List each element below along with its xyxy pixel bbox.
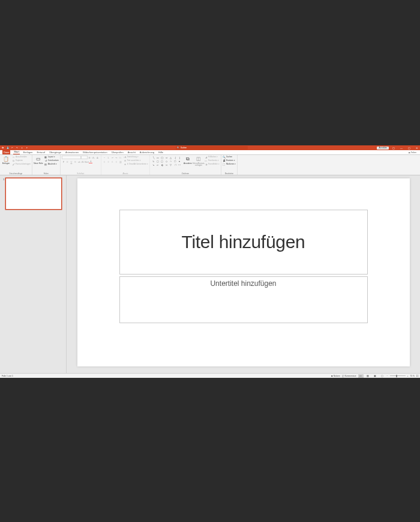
subtitle-placeholder[interactable]: Untertitel hinzufügen bbox=[119, 276, 368, 323]
shadow-button[interactable]: ab bbox=[77, 160, 81, 163]
justify-button[interactable]: ≡ bbox=[115, 160, 118, 163]
decrease-indent-button[interactable]: ⇤ bbox=[110, 156, 114, 159]
font-size-combo[interactable] bbox=[81, 156, 88, 159]
change-case-button[interactable]: Aa▾ bbox=[85, 160, 89, 163]
format-painter-button[interactable]: 🖌Format übertragen bbox=[12, 163, 31, 166]
search-placeholder: Suchen bbox=[181, 147, 187, 149]
copy-icon: ⧉ bbox=[12, 159, 15, 162]
group-editing: 🔍Suchen ⇄Ersetzen ▾ ⬚Markieren ▾ Bearbei… bbox=[221, 155, 238, 175]
align-left-button[interactable]: ≡ bbox=[103, 160, 106, 163]
format-painter-icon: 🖌 bbox=[12, 163, 15, 166]
close-button[interactable]: ✕ bbox=[414, 147, 419, 150]
quick-styles-icon: ◫ bbox=[195, 156, 202, 162]
tab-transitions[interactable]: Übergänge bbox=[49, 150, 62, 155]
select-button[interactable]: ⬚Markieren ▾ bbox=[223, 163, 236, 166]
tab-review[interactable]: Überprüfen bbox=[111, 150, 124, 155]
tab-view[interactable]: Ansicht bbox=[127, 150, 136, 155]
increase-font-icon[interactable]: A↑ bbox=[88, 156, 92, 159]
search-box[interactable]: 🔍 Suchen bbox=[176, 146, 248, 150]
find-button[interactable]: 🔍Suchen bbox=[223, 156, 236, 159]
replace-button[interactable]: ⇄Ersetzen ▾ bbox=[223, 159, 236, 162]
title-placeholder-text: Titel hinzufügen bbox=[182, 232, 305, 252]
quick-styles-button[interactable]: ◫ Schnellformat-vorlagen bbox=[194, 156, 203, 167]
layout-button[interactable]: ▦Layout ▾ bbox=[44, 156, 59, 159]
line-spacing-button[interactable]: ≡↕ bbox=[119, 156, 122, 159]
shape-outline-button[interactable]: ▭Formkontur ▾ bbox=[205, 159, 220, 162]
italic-button[interactable]: K bbox=[65, 160, 69, 163]
slideshow-start-icon[interactable]: ▸ bbox=[20, 147, 23, 149]
align-text-button[interactable]: ⊟Text ausrichten ▾ bbox=[124, 159, 149, 162]
redo-icon[interactable]: ↷ bbox=[16, 147, 19, 149]
zoom-out-button[interactable]: − bbox=[387, 375, 388, 377]
view-reading-button[interactable]: ▣ bbox=[373, 374, 378, 378]
tab-recording[interactable]: Aufzeichnung bbox=[139, 150, 155, 155]
maximize-button[interactable]: ▢ bbox=[406, 147, 412, 150]
font-color-button[interactable]: A bbox=[89, 160, 92, 163]
shapes-more-button[interactable]: ⋯ bbox=[178, 163, 181, 166]
sign-in-button[interactable]: Anmelden bbox=[377, 147, 389, 150]
autosave-toggle[interactable]: ⏻ bbox=[1, 147, 4, 149]
ribbon-tabs: Datei Start Einfügen Entwurf Übergänge A… bbox=[0, 150, 420, 155]
zoom-in-button[interactable]: + bbox=[407, 375, 409, 377]
numbering-button[interactable]: 1. bbox=[107, 156, 110, 159]
bullets-button[interactable]: • bbox=[103, 156, 106, 159]
search-icon: 🔍 bbox=[177, 147, 179, 149]
increase-indent-button[interactable]: ⇥ bbox=[115, 156, 118, 159]
bold-button[interactable]: F bbox=[62, 160, 65, 163]
share-button[interactable]: ☁ Teilen bbox=[408, 151, 416, 154]
shapes-gallery[interactable]: ╲▭◯⇨△{} ↳▢▢◇☆⬡▾ ↘▱◐⇦▽⬠⋯ bbox=[151, 156, 182, 167]
align-right-button[interactable]: ≡ bbox=[110, 160, 114, 163]
convert-smartart-button[interactable]: ⬘In SmartArt konvertieren ▾ bbox=[124, 163, 149, 166]
tab-design[interactable]: Entwurf bbox=[37, 150, 46, 155]
fit-to-window-button[interactable]: ⛶ bbox=[416, 375, 418, 377]
tab-animations[interactable]: Animationen bbox=[65, 150, 79, 155]
shape-fill-button[interactable]: ◢Füllfarben ▾ bbox=[205, 156, 220, 159]
new-slide-button[interactable]: ▭ Neue Folie bbox=[34, 156, 43, 165]
shape-2-1: ↘ bbox=[152, 163, 154, 166]
copy-button[interactable]: ⧉Kopieren bbox=[12, 159, 31, 162]
view-sorter-button[interactable]: ▦ bbox=[365, 374, 371, 378]
align-center-button[interactable]: ≡ bbox=[107, 160, 110, 163]
tab-slideshow[interactable]: Bildschirmpräsentation bbox=[82, 150, 107, 155]
reset-button[interactable]: ↺Zurücksetzen bbox=[44, 159, 59, 162]
quick-access-toolbar: ⏻ 💾 ↶ ↷ ▸ ▾ bbox=[1, 147, 28, 149]
reset-icon: ↺ bbox=[44, 159, 47, 162]
slide[interactable]: Titel hinzufügen Untertitel hinzufügen bbox=[77, 178, 410, 366]
slide-counter[interactable]: Folie 1 von 1 bbox=[2, 375, 13, 377]
cut-button[interactable]: ✂Ausschneiden bbox=[12, 156, 31, 159]
minimize-button[interactable]: — bbox=[398, 147, 404, 150]
undo-icon[interactable]: ↶ bbox=[11, 147, 14, 149]
tab-home[interactable]: Start bbox=[13, 150, 19, 155]
tab-help[interactable]: Hilfe bbox=[158, 150, 164, 155]
comments-button[interactable]: 💬 Kommentare bbox=[342, 375, 356, 377]
zoom-percentage[interactable]: 75 % bbox=[410, 375, 415, 377]
slide-thumbnail-1[interactable] bbox=[5, 178, 62, 210]
arrange-button[interactable]: ⧉ Anordnen bbox=[183, 156, 193, 165]
layout-icon: ▦ bbox=[44, 156, 47, 159]
group-slides: ▭ Neue Folie ▦Layout ▾ ↺Zurücksetzen ▤Ab… bbox=[32, 155, 61, 175]
zoom-slider[interactable] bbox=[390, 375, 406, 376]
save-icon[interactable]: 💾 bbox=[6, 147, 9, 149]
underline-button[interactable]: U bbox=[70, 160, 73, 163]
columns-button[interactable]: ▥ bbox=[119, 160, 122, 163]
ribbon-display-options[interactable]: ▢ bbox=[391, 147, 397, 150]
shape-roundrect-icon: ▢ bbox=[161, 160, 163, 163]
select-icon: ⬚ bbox=[223, 163, 226, 166]
tab-insert[interactable]: Einfügen bbox=[23, 150, 34, 155]
title-placeholder[interactable]: Titel hinzufügen bbox=[119, 210, 368, 275]
shape-effects-icon: ◑ bbox=[205, 163, 208, 166]
view-slideshow-button[interactable]: ▢ bbox=[380, 374, 385, 378]
section-button[interactable]: ▤Abschnitt ▾ bbox=[44, 163, 59, 166]
text-direction-button[interactable]: ↕ATextrichtung ▾ bbox=[124, 156, 149, 159]
view-normal-button[interactable]: ▭ bbox=[358, 374, 364, 378]
shape-star-icon: ☆ bbox=[170, 160, 172, 163]
clear-formatting-icon[interactable]: A̶ bbox=[96, 156, 100, 159]
font-name-combo[interactable] bbox=[62, 156, 81, 159]
shape-effects-button[interactable]: ◑Formeffekte ▾ bbox=[205, 163, 220, 166]
notes-button[interactable]: ≐ Notizen bbox=[331, 375, 340, 377]
qat-customize-icon[interactable]: ▾ bbox=[25, 147, 28, 149]
decrease-font-icon[interactable]: A↓ bbox=[92, 156, 95, 159]
tab-file[interactable]: Datei bbox=[2, 150, 10, 155]
paste-button[interactable]: 📋 Einfügen bbox=[1, 156, 11, 165]
strike-button[interactable]: S bbox=[73, 160, 77, 163]
